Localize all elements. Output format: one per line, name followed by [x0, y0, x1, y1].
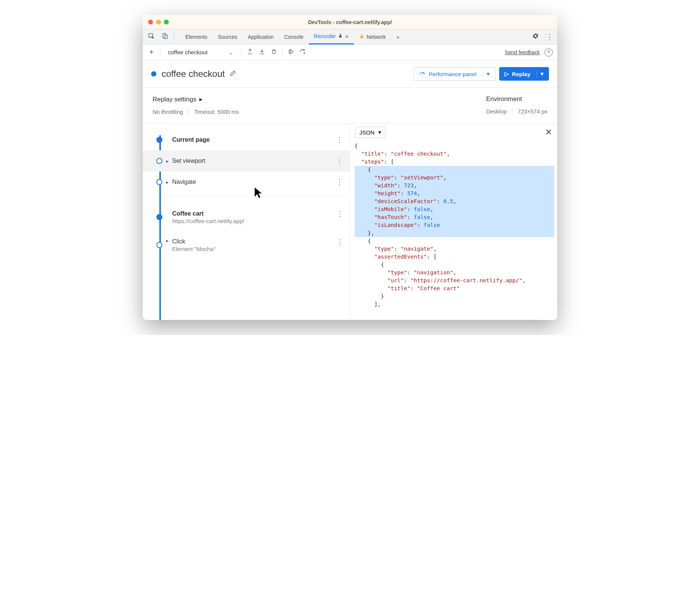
settings-gear-icon[interactable]: [532, 32, 539, 41]
step-menu-icon[interactable]: ⋮: [336, 178, 343, 186]
performance-panel-button[interactable]: Performance panel ▾: [414, 67, 495, 81]
recording-name: coffee checkout: [162, 69, 225, 79]
svg-rect-4: [361, 37, 362, 38]
gauge-icon: [419, 70, 426, 78]
warning-icon: [359, 34, 364, 40]
step-navigate[interactable]: ▸ Navigate ⋮: [143, 171, 350, 193]
step-label: Navigate: [172, 179, 196, 185]
help-icon[interactable]: ?: [544, 48, 553, 57]
titlebar: DevTools - coffee-cart.netlify.app/: [143, 15, 557, 29]
dimensions-value: 723×574 px: [518, 108, 547, 115]
step-menu-icon[interactable]: ⋮: [337, 238, 344, 246]
perf-label: Performance panel: [429, 71, 477, 77]
step-menu-icon[interactable]: ⋮: [337, 210, 344, 218]
kebab-menu-icon[interactable]: ⋮: [546, 32, 553, 41]
device-value: Desktop: [486, 108, 507, 115]
chevron-right-icon: ▸: [166, 158, 169, 164]
svg-rect-3: [361, 35, 362, 37]
timeout-value: Timeout: 5000 ms: [194, 109, 239, 115]
chevron-down-icon: ▾: [378, 129, 381, 136]
tab-network[interactable]: Network: [354, 29, 391, 44]
step-subtitle: https://coffee-cart.netlify.app/: [172, 218, 244, 224]
inspect-icon[interactable]: [147, 33, 156, 41]
recording-selector[interactable]: coffee checkout ⌄: [165, 47, 237, 57]
flask-icon: [338, 33, 343, 39]
devtools-tabbar: Elements Sources Application Console Rec…: [143, 29, 557, 44]
step-click[interactable]: ▸ Click Element "Mocha" ⋮: [143, 231, 350, 259]
code-format-selector[interactable]: JSON ▾: [355, 127, 385, 138]
tab-application[interactable]: Application: [243, 29, 279, 44]
delete-icon[interactable]: [270, 49, 278, 56]
code-pane: JSON ▾ ✕ { "title": "coffee checkout", "…: [350, 124, 557, 320]
replay-label: Replay: [512, 71, 530, 77]
recorder-body: Current page ⋮ ▸ Set viewport ⋮ ▸ Naviga…: [143, 124, 557, 320]
window-title: DevTools - coffee-cart.netlify.app/: [143, 19, 557, 25]
svg-point-5: [304, 52, 305, 53]
send-feedback-link[interactable]: Send feedback: [505, 49, 540, 55]
step-over-icon[interactable]: [299, 48, 307, 57]
close-tab-icon[interactable]: ×: [345, 33, 348, 40]
recorder-toolbar: + coffee checkout ⌄ Send feedback ?: [143, 44, 557, 60]
devtools-window: DevTools - coffee-cart.netlify.app/ Elem…: [143, 15, 557, 320]
status-dot: [151, 71, 156, 77]
tab-elements[interactable]: Elements: [180, 29, 212, 44]
step-play-icon[interactable]: [287, 48, 295, 57]
tab-overflow[interactable]: »: [391, 29, 405, 44]
chevron-down-icon[interactable]: ▾: [536, 70, 544, 77]
edit-name-icon[interactable]: [229, 70, 236, 78]
tab-recorder-label: Recorder: [314, 33, 336, 39]
step-label: Current page: [172, 136, 210, 143]
code-content[interactable]: { "title": "coffee checkout", "steps": […: [350, 141, 557, 320]
steps-timeline: Current page ⋮ ▸ Set viewport ⋮ ▸ Naviga…: [143, 124, 350, 320]
step-menu-icon[interactable]: ⋮: [336, 157, 343, 165]
code-format-label: JSON: [359, 129, 374, 136]
step-subtitle: Element "Mocha": [172, 246, 216, 252]
chevron-down-icon[interactable]: ▾: [483, 70, 490, 77]
recording-header: coffee checkout Performance panel ▾ ▷ Re…: [143, 60, 557, 88]
chevron-right-icon: ▸: [199, 95, 203, 103]
tab-recorder[interactable]: Recorder ×: [309, 29, 354, 44]
chevron-right-icon: ▸: [166, 238, 169, 243]
environment-header: Environment: [486, 95, 547, 103]
step-title: Coffee cart: [172, 210, 204, 217]
tab-console[interactable]: Console: [279, 29, 309, 44]
export-icon[interactable]: [246, 48, 254, 56]
step-title: Click: [172, 238, 185, 245]
device-toggle-icon[interactable]: [160, 33, 169, 41]
chevron-right-icon: ▸: [166, 179, 169, 185]
new-recording-button[interactable]: +: [147, 48, 156, 57]
import-icon[interactable]: [258, 48, 266, 56]
throttling-value: No throttling: [153, 109, 183, 115]
step-set-viewport[interactable]: ▸ Set viewport ⋮: [143, 150, 350, 171]
tab-sources[interactable]: Sources: [212, 29, 242, 44]
close-code-pane-icon[interactable]: ✕: [545, 127, 552, 137]
step-label: Set viewport: [172, 158, 205, 164]
step-menu-icon[interactable]: ⋮: [336, 136, 343, 144]
tab-network-label: Network: [367, 34, 386, 40]
play-icon: ▷: [504, 70, 509, 77]
recording-selector-label: coffee checkout: [168, 49, 208, 55]
svg-rect-2: [165, 35, 167, 39]
settings-row: Replay settings ▸ No throttling Timeout:…: [143, 88, 557, 124]
step-coffee-cart[interactable]: Coffee cart https://coffee-cart.netlify.…: [143, 203, 350, 231]
step-current-page[interactable]: Current page ⋮: [143, 129, 350, 150]
replay-button[interactable]: ▷ Replay ▾: [499, 67, 549, 81]
replay-settings-header[interactable]: Replay settings ▸: [153, 95, 471, 103]
chevron-down-icon: ⌄: [229, 49, 234, 56]
